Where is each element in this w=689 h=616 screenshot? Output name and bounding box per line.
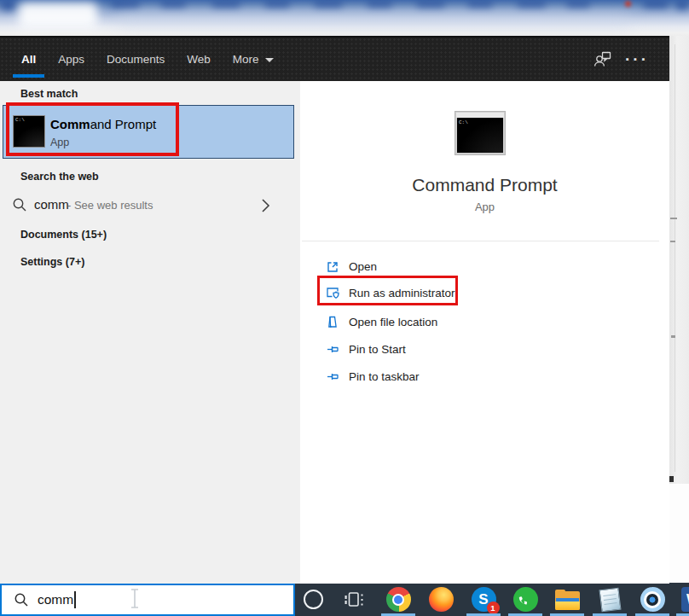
taskbar-media-player-button[interactable] xyxy=(635,583,669,616)
file-explorer-icon xyxy=(555,590,580,610)
whatsapp-icon xyxy=(513,587,538,612)
tab-web-label: Web xyxy=(187,53,211,66)
search-filter-header: All Apps Documents Web More ··· xyxy=(0,36,669,81)
taskbar-firefox-button[interactable] xyxy=(424,583,458,616)
taskbar-chrome-button[interactable] xyxy=(381,583,415,616)
blur-artifact xyxy=(314,0,343,8)
detail-title: Command Prompt xyxy=(300,175,669,195)
taskbar-cortana-button[interactable] xyxy=(296,583,330,616)
cortana-icon xyxy=(304,590,323,609)
taskbar-skype-button[interactable]: S 1 xyxy=(466,583,501,616)
background-artifact xyxy=(671,335,675,338)
search-icon xyxy=(14,592,29,607)
notepad-icon xyxy=(599,587,621,612)
result-detail-panel: C:\ Command Prompt App Open Run as admin… xyxy=(300,81,669,583)
best-match-label: Best match xyxy=(20,88,78,100)
blur-artifact xyxy=(119,14,631,26)
feedback-button[interactable] xyxy=(593,38,613,81)
action-pin-to-taskbar[interactable]: Pin to taskbar xyxy=(300,367,669,386)
blur-artifact xyxy=(467,0,493,8)
search-the-web-label: Search the web xyxy=(20,171,99,183)
web-suggestion-row[interactable]: comm - See web results xyxy=(0,190,300,221)
media-player-icon xyxy=(640,587,665,612)
folder-front xyxy=(555,601,580,610)
blur-artifact xyxy=(675,0,689,9)
pin-icon xyxy=(326,342,340,357)
blur-artifact xyxy=(264,0,290,8)
ibeam-cursor xyxy=(130,588,140,609)
background-artifact xyxy=(669,476,674,482)
blur-artifact xyxy=(211,0,240,8)
open-icon xyxy=(326,259,340,274)
background-artifact xyxy=(670,241,675,242)
search-input[interactable]: comm xyxy=(0,584,295,616)
taskbar-task-view-button[interactable] xyxy=(337,583,371,616)
action-pin-to-start[interactable]: Pin to Start xyxy=(300,340,669,358)
tab-apps[interactable]: Apps xyxy=(58,38,84,81)
icon-screen: C:\ xyxy=(457,118,503,153)
background-window-edge xyxy=(669,36,689,583)
blur-artifact xyxy=(566,0,590,8)
tab-more[interactable]: More xyxy=(233,38,274,81)
blur-artifact xyxy=(643,0,669,8)
notification-badge: 1 xyxy=(487,601,500,614)
tab-more-label: More xyxy=(233,53,259,66)
panel-bottom-edge xyxy=(0,576,669,584)
taskbar-whatsapp-button[interactable] xyxy=(508,583,542,616)
blur-artifact xyxy=(111,0,140,8)
annotation-box-best-match xyxy=(6,102,179,156)
chevron-down-icon xyxy=(265,58,274,62)
settings-section-header[interactable]: Settings (7+) xyxy=(20,256,84,268)
annotation-box-run-as-administrator xyxy=(317,276,458,305)
tab-documents[interactable]: Documents xyxy=(107,38,165,81)
panel-bottom-edge-left xyxy=(0,576,300,584)
divider xyxy=(302,241,659,241)
chrome-icon xyxy=(386,587,411,612)
action-open-file-location-label: Open file location xyxy=(349,316,437,328)
tab-documents-label: Documents xyxy=(107,53,165,66)
background-artifact xyxy=(669,484,689,583)
web-suggestion-hint: - See web results xyxy=(67,199,153,212)
tab-all[interactable]: All xyxy=(21,38,36,81)
action-open-file-location[interactable]: Open file location xyxy=(300,312,669,331)
blur-artifact xyxy=(416,0,445,8)
filter-tabs: All Apps Documents Web More xyxy=(21,38,274,81)
taskbar-notepad-button[interactable] xyxy=(593,583,627,616)
blur-artifact xyxy=(0,0,17,10)
tab-web[interactable]: Web xyxy=(187,38,211,81)
tab-all-label: All xyxy=(21,53,36,66)
firefox-icon xyxy=(429,587,454,612)
tab-apps-label: Apps xyxy=(58,53,84,66)
documents-section-header[interactable]: Documents (15+) xyxy=(20,229,107,241)
blur-artifact xyxy=(19,3,97,28)
blur-artifact xyxy=(517,0,546,8)
search-input-value: comm xyxy=(38,592,73,607)
action-pin-to-taskbar-label: Pin to taskbar xyxy=(349,370,420,383)
folder-icon xyxy=(326,315,340,329)
background-browser-bar xyxy=(0,0,689,36)
ellipsis-icon: ··· xyxy=(625,50,649,69)
action-open-label: Open xyxy=(349,260,377,273)
background-scrollbar-line xyxy=(675,44,675,472)
search-icon xyxy=(12,197,27,212)
taskbar-file-explorer-button[interactable] xyxy=(550,583,584,616)
chevron-right-icon[interactable] xyxy=(261,198,270,213)
blur-artifact xyxy=(625,1,631,7)
more-options-button[interactable]: ··· xyxy=(625,38,649,81)
command-prompt-icon-large: C:\ xyxy=(455,111,506,155)
results-list-panel: Best match C:\ Command Prompt App Search… xyxy=(0,81,300,583)
word-icon: W xyxy=(681,587,689,612)
task-view-icon xyxy=(343,589,365,611)
background-artifact xyxy=(670,218,677,219)
person-feedback-icon xyxy=(593,49,613,70)
pin-icon xyxy=(326,369,340,384)
detail-subtitle: App xyxy=(300,200,669,213)
action-pin-to-start-label: Pin to Start xyxy=(349,343,406,356)
text-caret xyxy=(74,591,76,608)
taskbar-word-button[interactable]: W xyxy=(676,583,689,616)
blur-artifact xyxy=(367,0,392,8)
skype-icon: S 1 xyxy=(472,587,496,612)
action-open[interactable]: Open xyxy=(300,257,669,276)
command-prompt-icon-text: C:\ xyxy=(459,119,468,125)
blur-artifact xyxy=(160,0,186,8)
